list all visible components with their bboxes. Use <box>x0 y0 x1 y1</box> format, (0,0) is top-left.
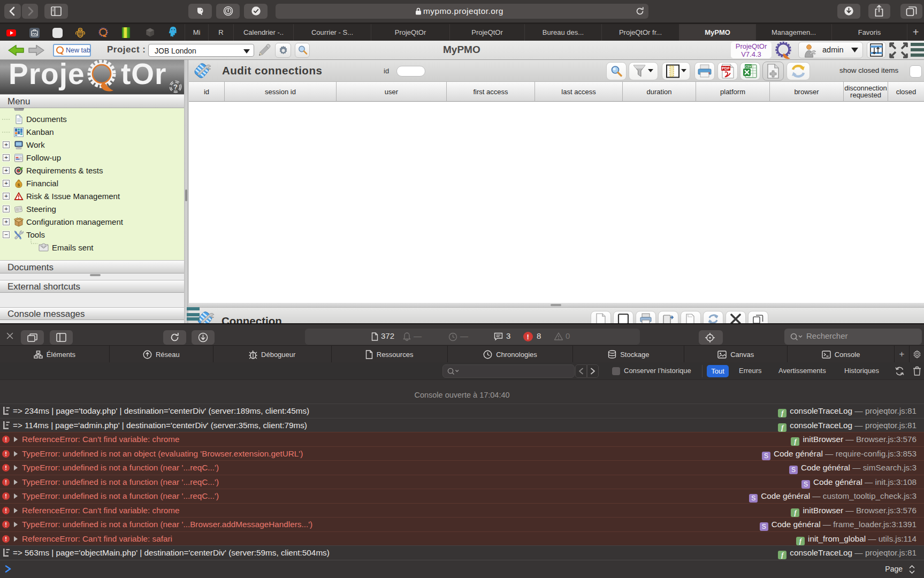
svg-text:$: $ <box>18 182 20 187</box>
svg-text:PDF: PDF <box>722 66 730 71</box>
svg-text:?: ? <box>173 83 178 91</box>
svg-text:CSV: CSV <box>745 65 752 68</box>
